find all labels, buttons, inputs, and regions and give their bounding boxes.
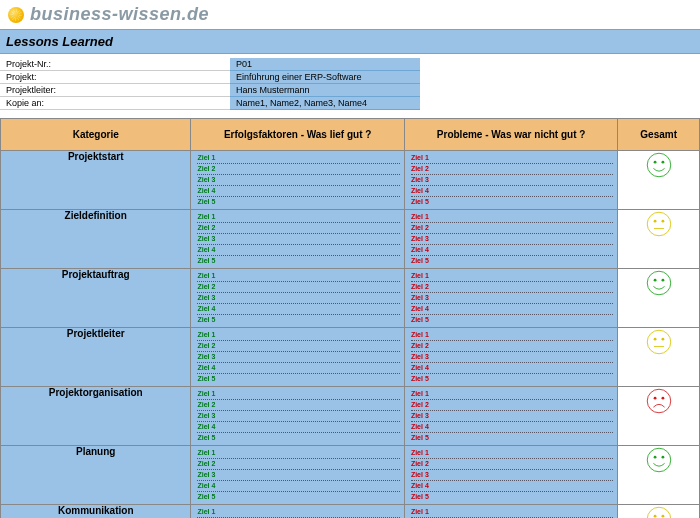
ziel-item: Ziel 3 xyxy=(197,293,399,304)
lessons-table: Kategorie Erfolgsfaktoren - Was lief gut… xyxy=(0,118,700,518)
svg-point-18 xyxy=(647,507,671,518)
svg-point-13 xyxy=(653,397,656,400)
gesamt-cell xyxy=(618,328,700,387)
ziel-item: Ziel 2 xyxy=(197,341,399,352)
category-cell: Projektorganisation xyxy=(1,387,191,446)
col-problems: Probleme - Was war nicht gut ? xyxy=(404,119,617,151)
ziel-item: Ziel 4 xyxy=(411,245,613,256)
ziel-item: Ziel 5 xyxy=(411,492,613,502)
ziel-item: Ziel 3 xyxy=(411,175,613,186)
ziel-item: Ziel 1 xyxy=(197,212,399,223)
svg-point-5 xyxy=(661,220,664,223)
svg-point-0 xyxy=(647,153,671,177)
ziel-item: Ziel 4 xyxy=(411,481,613,492)
table-row: ZieldefinitionZiel 1Ziel 2Ziel 3Ziel 4Zi… xyxy=(1,210,700,269)
ziel-item: Ziel 1 xyxy=(197,389,399,400)
svg-point-8 xyxy=(661,279,664,282)
ziel-item: Ziel 2 xyxy=(411,223,613,234)
gesamt-cell xyxy=(618,151,700,210)
ziel-item: Ziel 1 xyxy=(411,507,613,518)
ziel-item: Ziel 5 xyxy=(197,256,399,266)
table-row: PlanungZiel 1Ziel 2Ziel 3Ziel 4Ziel 5Zie… xyxy=(1,446,700,505)
ziel-item: Ziel 2 xyxy=(411,164,613,175)
ziel-item: Ziel 4 xyxy=(197,363,399,374)
page-title: Lessons Learned xyxy=(0,29,700,54)
svg-point-7 xyxy=(653,279,656,282)
svg-point-2 xyxy=(661,161,664,164)
success-cell: Ziel 1Ziel 2Ziel 3Ziel 4Ziel 5 xyxy=(191,151,404,210)
ziel-item: Ziel 5 xyxy=(411,433,613,443)
problems-cell: Ziel 1Ziel 2Ziel 3Ziel 4Ziel 5 xyxy=(404,151,617,210)
table-row: ProjektauftragZiel 1Ziel 2Ziel 3Ziel 4Zi… xyxy=(1,269,700,328)
site-name: business-wissen.de xyxy=(30,4,209,25)
gesamt-cell xyxy=(618,505,700,519)
success-cell: Ziel 1Ziel 2Ziel 3Ziel 4Ziel 5 xyxy=(191,328,404,387)
smiley-green-icon xyxy=(645,269,673,297)
svg-point-3 xyxy=(647,212,671,236)
ziel-item: Ziel 4 xyxy=(197,245,399,256)
meta-label-copy: Kopie an: xyxy=(0,97,230,110)
svg-point-20 xyxy=(661,515,664,518)
ziel-item: Ziel 4 xyxy=(197,481,399,492)
gesamt-cell xyxy=(618,210,700,269)
smiley-green-icon xyxy=(645,446,673,474)
ziel-item: Ziel 2 xyxy=(411,282,613,293)
ziel-item: Ziel 4 xyxy=(411,422,613,433)
category-cell: Kommunikation xyxy=(1,505,191,519)
problems-cell: Ziel 1Ziel 2Ziel 3Ziel 4Ziel 5 xyxy=(404,505,617,519)
svg-point-12 xyxy=(647,389,671,413)
success-cell: Ziel 1Ziel 2Ziel 3Ziel 4Ziel 5 xyxy=(191,269,404,328)
ziel-item: Ziel 2 xyxy=(197,282,399,293)
ziel-item: Ziel 2 xyxy=(411,341,613,352)
ziel-item: Ziel 3 xyxy=(411,470,613,481)
ziel-item: Ziel 3 xyxy=(411,352,613,363)
svg-point-10 xyxy=(653,338,656,341)
svg-point-15 xyxy=(647,448,671,472)
ziel-item: Ziel 5 xyxy=(197,433,399,443)
meta-value-leader: Hans Mustermann xyxy=(230,84,420,97)
logo-icon xyxy=(8,7,24,23)
smiley-red-icon xyxy=(645,387,673,415)
svg-point-17 xyxy=(661,456,664,459)
ziel-item: Ziel 1 xyxy=(411,448,613,459)
ziel-item: Ziel 4 xyxy=(197,422,399,433)
ziel-item: Ziel 3 xyxy=(197,234,399,245)
success-cell: Ziel 1Ziel 2Ziel 3Ziel 4Ziel 5 xyxy=(191,210,404,269)
ziel-item: Ziel 5 xyxy=(411,315,613,325)
category-cell: Projektstart xyxy=(1,151,191,210)
problems-cell: Ziel 1Ziel 2Ziel 3Ziel 4Ziel 5 xyxy=(404,210,617,269)
meta-value-name: Einführung einer ERP-Software xyxy=(230,71,420,84)
ziel-item: Ziel 5 xyxy=(411,256,613,266)
ziel-item: Ziel 4 xyxy=(197,304,399,315)
ziel-item: Ziel 3 xyxy=(197,470,399,481)
col-total: Gesamt xyxy=(618,119,700,151)
svg-point-16 xyxy=(653,456,656,459)
svg-point-14 xyxy=(661,397,664,400)
ziel-item: Ziel 1 xyxy=(411,212,613,223)
ziel-item: Ziel 3 xyxy=(197,175,399,186)
ziel-item: Ziel 1 xyxy=(197,330,399,341)
ziel-item: Ziel 5 xyxy=(197,374,399,384)
ziel-item: Ziel 4 xyxy=(197,186,399,197)
category-cell: Planung xyxy=(1,446,191,505)
ziel-item: Ziel 3 xyxy=(197,352,399,363)
col-category: Kategorie xyxy=(1,119,191,151)
ziel-item: Ziel 3 xyxy=(411,293,613,304)
ziel-item: Ziel 5 xyxy=(197,315,399,325)
svg-point-19 xyxy=(653,515,656,518)
smiley-yellow-icon xyxy=(645,505,673,518)
problems-cell: Ziel 1Ziel 2Ziel 3Ziel 4Ziel 5 xyxy=(404,269,617,328)
smiley-green-icon xyxy=(645,151,673,179)
success-cell: Ziel 1Ziel 2Ziel 3Ziel 4Ziel 5 xyxy=(191,446,404,505)
ziel-item: Ziel 2 xyxy=(197,459,399,470)
ziel-item: Ziel 1 xyxy=(411,330,613,341)
smiley-yellow-icon xyxy=(645,328,673,356)
problems-cell: Ziel 1Ziel 2Ziel 3Ziel 4Ziel 5 xyxy=(404,446,617,505)
svg-point-4 xyxy=(653,220,656,223)
ziel-item: Ziel 2 xyxy=(197,223,399,234)
ziel-item: Ziel 1 xyxy=(411,271,613,282)
ziel-item: Ziel 5 xyxy=(197,492,399,502)
meta-label-nr: Projekt-Nr.: xyxy=(0,58,230,71)
smiley-yellow-icon xyxy=(645,210,673,238)
ziel-item: Ziel 5 xyxy=(197,197,399,207)
